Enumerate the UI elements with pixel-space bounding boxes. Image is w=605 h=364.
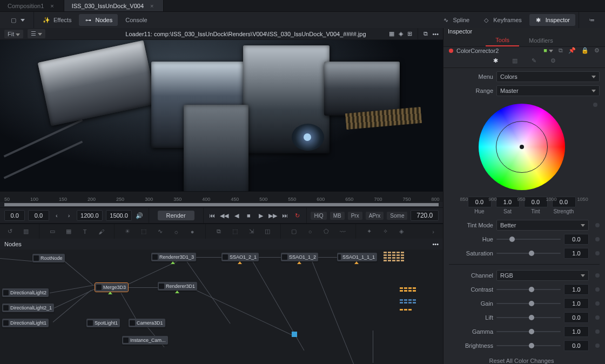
hue-slider[interactable] <box>496 239 561 240</box>
channel-select[interactable]: RGB <box>496 270 589 281</box>
node-renderer3d1-3[interactable]: Renderer3D1_3 <box>151 253 196 261</box>
sat-value-field[interactable]: 1.0 <box>496 197 520 207</box>
saturation-slider[interactable] <box>496 253 561 254</box>
tool-transform-icon[interactable]: ⬚ <box>231 227 239 236</box>
node-rootnode[interactable]: RootNode <box>32 254 65 262</box>
node-more-button[interactable]: › <box>429 227 438 236</box>
fit-dropdown[interactable]: Fit <box>4 30 23 38</box>
tool-blur-icon[interactable]: ● <box>188 227 197 236</box>
contrast-slider[interactable] <box>496 289 561 290</box>
node-merge3d3[interactable]: Merge3D3 <box>95 283 128 292</box>
node-directionallight1[interactable]: DirectionalLight1 <box>2 319 49 327</box>
tool-merge-icon[interactable]: ⧉ <box>214 227 223 236</box>
node-spotlight1[interactable]: SpotLight1 <box>86 319 120 327</box>
node-directionallight2[interactable]: DirectionalLight2 <box>2 288 49 297</box>
keyframe-dot[interactable] <box>595 237 600 241</box>
tab-tools[interactable]: Tools <box>486 35 519 46</box>
keyframe-dot[interactable] <box>595 343 600 348</box>
loop-in-field[interactable]: 0.0 <box>28 210 49 221</box>
keyframes-button[interactable]: ◇ Keyframes <box>477 14 527 26</box>
node-ssao1-1-2[interactable]: SSAO1_1_2 <box>281 253 318 261</box>
effects-button[interactable]: ✨ Effects <box>37 14 77 26</box>
range-select[interactable]: Master <box>496 85 600 96</box>
keyframe-dot[interactable] <box>595 301 600 306</box>
close-icon[interactable]: × <box>150 3 153 9</box>
tool-particles-icon[interactable]: ✦ <box>365 227 373 236</box>
fast-forward-button[interactable]: ▶▶ <box>268 210 278 221</box>
viewer-single[interactable]: ⧉ <box>424 30 428 37</box>
tab-modifiers[interactable]: Modifiers <box>519 35 563 46</box>
hue-field[interactable]: 0.0 <box>564 234 589 245</box>
mode-correction-icon[interactable]: ✱ <box>493 57 498 64</box>
node-camera3d1[interactable]: Camera3D1 <box>129 319 165 327</box>
node-renderer3d1[interactable]: Renderer3D1 <box>158 282 197 291</box>
mb-toggle[interactable]: MB <box>330 212 345 220</box>
range-start-field[interactable]: 0.0 <box>4 210 25 221</box>
lift-slider[interactable] <box>496 317 561 318</box>
tab-composition1[interactable]: Composition1 × <box>0 0 64 11</box>
prev-frame-button[interactable]: ‹ <box>52 210 62 221</box>
inspector-button[interactable]: ✱ Inspector <box>529 14 575 26</box>
lock-icon[interactable]: 🔒 <box>581 47 589 54</box>
view-menu-button[interactable]: ☰ <box>28 29 45 38</box>
node-ssao1-1-1-1[interactable]: SSAO1_1_1_1 <box>337 253 377 261</box>
tool-3d-icon[interactable]: ◈ <box>397 227 406 236</box>
close-icon[interactable]: × <box>50 3 53 9</box>
keyframe-dot[interactable] <box>595 329 600 334</box>
node-directionallight2-1[interactable]: DirectionalLight2_1 <box>2 304 54 312</box>
loop-button[interactable]: ↻ <box>293 210 302 221</box>
viewer-opt-layout[interactable]: ⊞ <box>407 30 412 37</box>
contrast-field[interactable]: 1.0 <box>564 284 589 295</box>
stop-button[interactable]: ■ <box>244 210 253 221</box>
color-wheel[interactable] <box>479 104 565 190</box>
tool-matte-icon[interactable]: ◫ <box>263 227 272 236</box>
tool-rect-icon[interactable]: ▢ <box>290 227 298 236</box>
mode-curves-icon[interactable]: ✎ <box>532 57 536 64</box>
menu-select[interactable]: Colors <box>496 71 600 82</box>
node-instance-cam[interactable]: Instance_Cam... <box>122 336 168 345</box>
viewer-opt-b[interactable]: ◈ <box>399 30 403 37</box>
settings-icon[interactable]: ⚙ <box>594 47 600 54</box>
next-frame-button[interactable]: › <box>64 210 73 221</box>
audio-toggle[interactable]: 🔊 <box>135 210 144 221</box>
saturation-field[interactable]: 1.0 <box>564 248 589 259</box>
keyframe-dot[interactable] <box>595 251 600 255</box>
tab-iss[interactable]: ISS_030_IssUnDock_V004 × <box>64 0 164 11</box>
go-start-button[interactable]: ⏮ <box>207 210 217 221</box>
timeline-ruler[interactable]: 5010015020025030035040045050055060065070… <box>0 191 443 202</box>
spline-button[interactable]: ∿ Spline <box>437 14 475 26</box>
hue-value-field[interactable]: 0.0 <box>468 197 492 207</box>
lift-field[interactable]: 0.0 <box>564 312 589 323</box>
keyframe-dot[interactable] <box>595 315 600 320</box>
tool-brightness-icon[interactable]: ☀ <box>123 227 132 236</box>
current-frame[interactable]: 720.0 <box>411 210 439 221</box>
mode-options-icon[interactable]: ⚙ <box>550 57 556 64</box>
nodes-options-button[interactable]: ••• <box>432 241 439 247</box>
mode-levels-icon[interactable]: ▥ <box>512 57 517 64</box>
tool-paint-icon[interactable]: 🖌 <box>97 227 105 236</box>
keyframe-dot[interactable] <box>593 103 597 107</box>
tool-saver-icon[interactable]: ▥ <box>22 227 30 236</box>
brightness-slider[interactable] <box>496 345 561 346</box>
keyframe-dot[interactable] <box>595 223 600 227</box>
tool-text-icon[interactable]: T <box>80 227 89 236</box>
tool-loader-icon[interactable]: ↺ <box>5 227 14 236</box>
rewind-button[interactable]: ◀◀ <box>220 210 229 221</box>
render-button[interactable]: Render <box>158 211 194 220</box>
tool-channel-icon[interactable]: ⬚ <box>139 227 148 236</box>
some-toggle[interactable]: Some <box>387 212 407 220</box>
aprx-toggle[interactable]: APrx <box>366 212 384 220</box>
console-button[interactable]: Console <box>120 15 152 25</box>
tool-fastnoise-icon[interactable]: ▦ <box>64 227 73 236</box>
step-back-button[interactable]: ◀ <box>232 210 241 221</box>
tint-value-field[interactable]: 0.0 <box>524 197 548 207</box>
tool-huecurve-icon[interactable]: ☼ <box>172 227 180 236</box>
enable-toggle-icon[interactable]: ■ <box>543 47 553 54</box>
tool-bspline-icon[interactable]: 〰 <box>338 227 347 236</box>
range-end-field[interactable]: 1500.0 <box>106 210 132 221</box>
brightness-field[interactable]: 0.0 <box>564 340 589 351</box>
prx-toggle[interactable]: Prx <box>348 212 362 220</box>
options-button[interactable]: ≔ <box>582 14 601 26</box>
tool-bg-icon[interactable]: ▭ <box>48 227 57 236</box>
dropdown-tool-button[interactable]: ▢ <box>4 14 30 26</box>
